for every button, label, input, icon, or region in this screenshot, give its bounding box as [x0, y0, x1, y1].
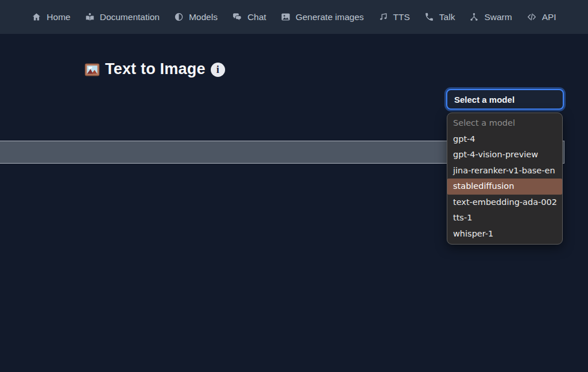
framed-picture-icon	[84, 62, 100, 78]
model-option-gpt-4-vision-preview[interactable]: gpt-4-vision-preview	[447, 147, 562, 163]
music-note-icon	[378, 12, 388, 22]
image-icon	[281, 12, 291, 22]
code-icon	[527, 12, 537, 22]
nav-item-label: Generate images	[296, 12, 364, 22]
home-icon	[32, 12, 41, 22]
nav-item-tts[interactable]: TTS	[378, 12, 410, 22]
nav-item-label: TTS	[393, 12, 410, 22]
model-dropdown-list: Select a model gpt-4 gpt-4-vision-previe…	[447, 113, 563, 245]
top-navbar: Home Documentation Models Chat Generate …	[0, 0, 588, 34]
page-title: Text to Image	[105, 61, 206, 78]
model-select-value: Select a model	[454, 95, 514, 104]
model-select[interactable]: Select a model	[446, 89, 564, 110]
info-icon[interactable]	[211, 63, 225, 77]
nav-item-api[interactable]: API	[527, 12, 556, 22]
model-option-gpt-4[interactable]: gpt-4	[447, 131, 562, 148]
network-nodes-icon	[469, 12, 479, 22]
model-option-tts-1[interactable]: tts-1	[447, 210, 562, 226]
comments-icon	[232, 12, 242, 22]
nav-item-documentation[interactable]: Documentation	[85, 12, 160, 22]
nav-item-label: API	[542, 12, 556, 22]
nav-item-label: Models	[189, 12, 218, 22]
nav-item-label: Documentation	[100, 12, 160, 22]
nav-item-models[interactable]: Models	[174, 12, 218, 22]
nav-item-home[interactable]: Home	[32, 12, 70, 22]
model-option-whisper-1[interactable]: whisper-1	[447, 226, 562, 242]
model-option-stablediffusion[interactable]: stablediffusion	[447, 179, 562, 195]
nav-item-label: Swarm	[484, 12, 512, 22]
nav-item-label: Talk	[439, 12, 455, 22]
model-option-text-embedding[interactable]: text-embedding-ada-002	[447, 195, 562, 211]
model-option-placeholder[interactable]: Select a model	[447, 115, 562, 131]
nav-item-generate-images[interactable]: Generate images	[281, 12, 364, 22]
nav-item-label: Home	[47, 12, 70, 22]
half-circle-icon	[174, 12, 184, 22]
app-root: Home Documentation Models Chat Generate …	[0, 0, 588, 372]
phone-icon	[424, 12, 434, 22]
model-option-jina-reranker[interactable]: jina-reranker-v1-base-en	[447, 163, 562, 179]
nav-item-label: Chat	[247, 12, 266, 22]
nav-item-chat[interactable]: Chat	[232, 12, 266, 22]
nav-item-talk[interactable]: Talk	[424, 12, 455, 22]
page-heading: Text to Image	[84, 59, 225, 80]
nav-item-swarm[interactable]: Swarm	[469, 12, 512, 22]
book-reader-icon	[85, 12, 95, 22]
